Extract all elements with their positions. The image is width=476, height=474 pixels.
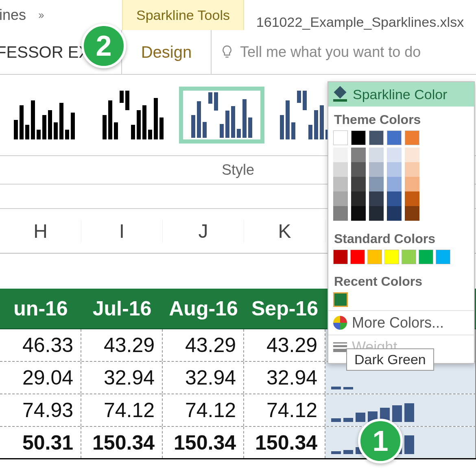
cell[interactable]: 43.29 [163,329,244,361]
cell[interactable]: 32.94 [163,362,244,394]
table-row: 74.93 74.12 74.12 74.12 [0,394,476,427]
color-swatch[interactable] [405,130,419,145]
col-J[interactable]: J [163,220,244,242]
overflow-arrows-icon[interactable]: ›› [38,9,43,22]
col-K[interactable]: K [244,220,325,242]
color-swatch[interactable] [369,130,384,145]
pen-underline-icon [332,87,349,102]
sparkline-cell[interactable] [325,394,476,426]
sparkline-color-label: Sparkline Color [353,87,447,102]
more-colors-label: More Colors... [352,314,444,331]
style-thumb-1[interactable] [2,87,87,144]
cell[interactable]: 50.31 [0,427,81,458]
hdr-jul: Jul-16 [81,297,163,320]
hdr-jun: un-16 [0,297,81,320]
color-tooltip: Dark Green [346,348,434,371]
more-colors-link[interactable]: More Colors... [328,310,474,335]
color-swatch[interactable] [436,250,450,264]
tell-me-box[interactable]: Tell me what you want to do [212,43,476,61]
cell[interactable]: 74.12 [81,394,163,426]
col-I[interactable]: I [81,220,163,242]
cell[interactable]: 74.12 [244,394,325,426]
cell[interactable]: 29.04 [0,362,81,394]
recent-colors-row [328,292,474,310]
tell-me-placeholder: Tell me what you want to do [240,43,421,61]
theme-colors-heading: Theme Colors [328,107,474,130]
color-swatch[interactable] [333,130,348,145]
color-swatch[interactable] [384,250,399,264]
hdr-sep: Sep-16 [244,297,325,320]
standard-colors-row [328,250,474,268]
color-swatch[interactable] [419,250,433,264]
cell[interactable]: 43.29 [244,329,325,361]
style-thumb-2[interactable] [90,87,176,144]
ribbon-tab-row: OFESSOR EXC Design Tell me what you want… [0,30,476,75]
tab-design[interactable]: Design [122,30,212,74]
color-swatch[interactable] [350,250,365,264]
cell[interactable]: 150.34 [81,427,163,458]
recent-color-swatch[interactable] [333,292,348,307]
color-swatch[interactable] [367,250,382,264]
cell[interactable]: 74.93 [0,394,81,426]
title-bar: dlines ›› Sparkline Tools 161022_Example… [0,0,476,30]
theme-shade-grid [328,145,474,226]
color-swatch[interactable] [351,130,366,145]
contextual-tab-title: Sparkline Tools [122,0,244,30]
lightbulb-icon [220,43,234,61]
sparkline-color-button[interactable]: Sparkline Color [328,82,474,107]
cell[interactable]: 32.94 [81,362,163,394]
sparkline-color-dropdown: Sparkline Color Theme Colors Standard Co… [328,81,475,364]
standard-colors-heading: Standard Colors [328,226,474,250]
window-filename: 161022_Example_Sparklines.xlsx [244,14,476,30]
cell[interactable]: 74.12 [163,394,244,426]
color-swatch[interactable] [402,250,416,264]
recent-colors-heading: Recent Colors [328,268,474,292]
col-H[interactable]: H [0,220,81,242]
line-weight-icon [333,342,347,352]
cell[interactable]: 46.33 [0,329,81,361]
annotation-badge-1: 1 [358,419,403,463]
cell[interactable]: 32.94 [244,362,325,394]
table-row-total: 50.31 150.34 150.34 150.34 [0,427,476,459]
color-swatch[interactable] [333,250,348,264]
style-thumb-selected[interactable] [179,87,264,144]
cell[interactable]: 150.34 [163,427,244,458]
color-swatch[interactable] [387,130,402,145]
theme-color-row [328,130,474,145]
cell[interactable]: 43.29 [81,329,163,361]
quick-access-text: dlines [0,7,26,24]
cell[interactable]: 150.34 [244,427,325,458]
color-wheel-icon [333,316,347,330]
annotation-badge-2: 2 [81,24,126,68]
hdr-aug: Aug-16 [163,297,244,320]
